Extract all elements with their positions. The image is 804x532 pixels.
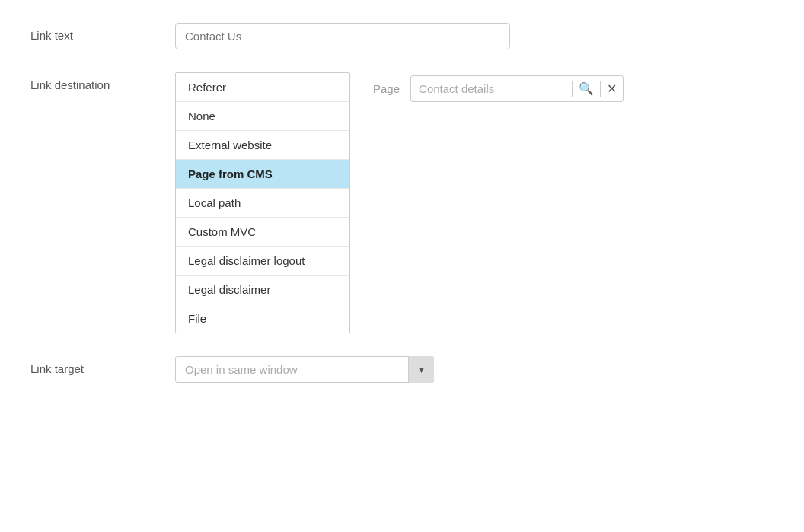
listbox-item-custom-mvc[interactable]: Custom MVC [176, 218, 349, 247]
page-picker: Page 🔍 ✕ [373, 72, 624, 102]
link-target-control: Open in same window Open in new window O… [175, 356, 774, 383]
listbox-item-legal-disclaimer[interactable]: Legal disclaimer [176, 276, 349, 304]
link-text-control [175, 23, 774, 49]
page-picker-label: Page [373, 82, 400, 95]
link-destination-row: Link destination Referer None External w… [30, 72, 774, 333]
page-picker-search-button[interactable]: 🔍 [573, 83, 600, 95]
page-picker-clear-button[interactable]: ✕ [601, 83, 623, 95]
link-text-label: Link text [30, 23, 175, 42]
link-text-row: Link text [30, 23, 774, 49]
page-picker-input[interactable] [411, 76, 572, 101]
link-target-select[interactable]: Open in same window Open in new window O… [175, 356, 434, 383]
page-picker-input-wrapper: 🔍 ✕ [410, 75, 624, 102]
destination-area: Referer None External website Page from … [175, 72, 774, 333]
link-text-input[interactable] [175, 23, 510, 49]
link-target-label: Link target [30, 356, 175, 375]
link-destination-label: Link destination [30, 72, 175, 91]
link-target-row: Link target Open in same window Open in … [30, 356, 774, 383]
destination-listbox: Referer None External website Page from … [175, 72, 350, 333]
link-destination-control: Referer None External website Page from … [175, 72, 774, 333]
listbox-item-file[interactable]: File [176, 304, 349, 333]
listbox-item-page-from-cms[interactable]: Page from CMS [176, 160, 349, 189]
listbox-item-external-website[interactable]: External website [176, 131, 349, 160]
listbox-item-referer[interactable]: Referer [176, 73, 349, 102]
link-target-select-wrapper: Open in same window Open in new window O… [175, 356, 434, 383]
listbox-item-none[interactable]: None [176, 102, 349, 131]
listbox-item-local-path[interactable]: Local path [176, 189, 349, 218]
listbox-item-legal-disclaimer-logout[interactable]: Legal disclaimer logout [176, 247, 349, 276]
